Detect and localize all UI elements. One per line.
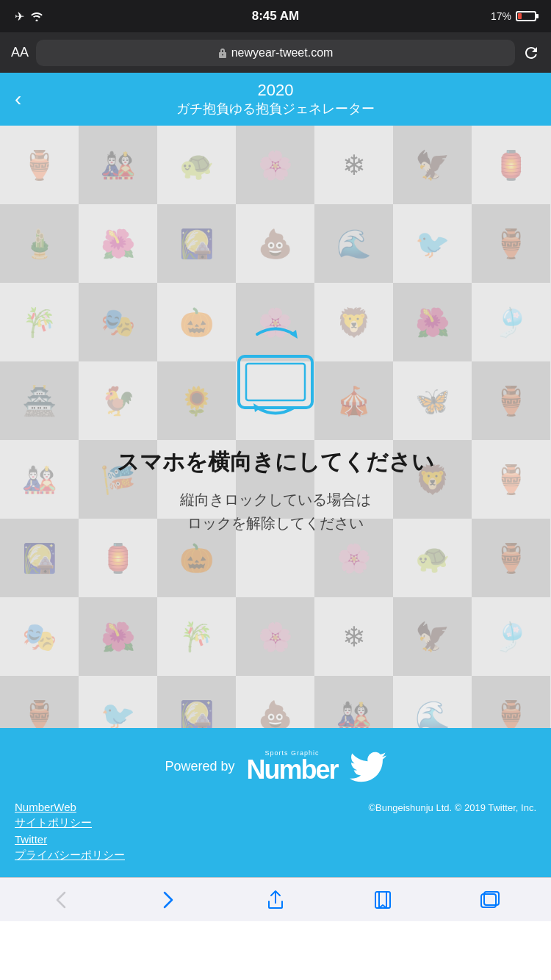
nav-forward-button[interactable] bbox=[146, 884, 190, 916]
url-text: newyear-tweet.com bbox=[231, 46, 334, 60]
bottom-nav bbox=[0, 877, 551, 921]
nav-bookmarks-button[interactable] bbox=[361, 884, 405, 916]
status-bar: ✈ 8:45 AM 17% bbox=[0, 0, 551, 32]
share-icon bbox=[267, 890, 284, 910]
footer-left-links: NumberWeb サイトポリシー Twitter プライバシーポリシー bbox=[15, 801, 276, 862]
page-header: ‹ 2020 ガチ抱負ゆる抱負ジェネレーター bbox=[0, 73, 551, 126]
number-logo: Sports Graphic Number bbox=[247, 750, 338, 783]
battery-icon bbox=[516, 11, 536, 21]
footer-links: NumberWeb サイトポリシー Twitter プライバシーポリシー ©Bu… bbox=[15, 801, 536, 862]
tabs-icon bbox=[480, 891, 500, 909]
nav-forward-icon bbox=[163, 891, 173, 909]
nav-tabs-button[interactable] bbox=[468, 884, 512, 916]
svg-marker-0 bbox=[290, 330, 298, 339]
plane-icon: ✈ bbox=[15, 10, 24, 24]
nav-back-icon bbox=[56, 891, 66, 909]
url-bar[interactable]: newyear-tweet.com bbox=[36, 40, 515, 66]
text-size-button[interactable]: AA bbox=[11, 45, 29, 60]
rotate-overlay: スマホを横向きにしてください 縦向きロックしている場合はロックを解除してください bbox=[0, 126, 551, 728]
rotate-title: スマホを横向きにしてください bbox=[117, 447, 434, 476]
svg-rect-3 bbox=[246, 364, 305, 400]
header-title: 2020 ガチ抱負ゆる抱負ジェネレーター bbox=[176, 81, 375, 118]
footer-powered: Powered by Sports Graphic Number bbox=[15, 750, 536, 783]
nav-back-button[interactable] bbox=[39, 884, 83, 916]
status-left-icons: ✈ bbox=[15, 10, 43, 24]
twitter-logo bbox=[350, 752, 386, 782]
footer: Powered by Sports Graphic Number NumberW… bbox=[0, 728, 551, 877]
privacy-policy-link[interactable]: プライバシーポリシー bbox=[15, 849, 276, 862]
battery-percent: 17% bbox=[491, 10, 511, 22]
wifi-icon bbox=[30, 11, 43, 21]
header-subtitle: ガチ抱負ゆる抱負ジェネレーター bbox=[176, 101, 375, 118]
rotate-description: 縦向きロックしている場合はロックを解除してください bbox=[180, 488, 371, 535]
lock-icon bbox=[218, 48, 227, 58]
refresh-icon[interactable] bbox=[522, 44, 540, 62]
footer-copyright: ©Bungeishunju Ltd. © 2019 Twitter, Inc. bbox=[276, 801, 536, 815]
browser-bar: AA newyear-tweet.com bbox=[0, 32, 551, 73]
site-policy-link[interactable]: サイトポリシー bbox=[15, 816, 276, 830]
status-time: 8:45 AM bbox=[252, 9, 300, 24]
header-year: 2020 bbox=[176, 81, 375, 100]
nav-share-button[interactable] bbox=[253, 884, 298, 916]
twitter-link[interactable]: Twitter bbox=[15, 833, 276, 846]
status-right: 17% bbox=[491, 10, 536, 22]
rotate-icon bbox=[217, 320, 334, 425]
main-content: 🏺 🎎 🐢 🌸 ❄ 🦅 🏮 🎍 🌺 🎑 💩 🌊 🐦 🏺 🎋 🎭 🎃 🌸 🦁 🌺 … bbox=[0, 126, 551, 728]
number-text: Number bbox=[247, 757, 338, 783]
back-button[interactable]: ‹ bbox=[15, 89, 21, 109]
bookmarks-icon bbox=[374, 890, 392, 909]
powered-by-text: Powered by bbox=[165, 759, 234, 774]
numberweb-link[interactable]: NumberWeb bbox=[15, 801, 276, 813]
